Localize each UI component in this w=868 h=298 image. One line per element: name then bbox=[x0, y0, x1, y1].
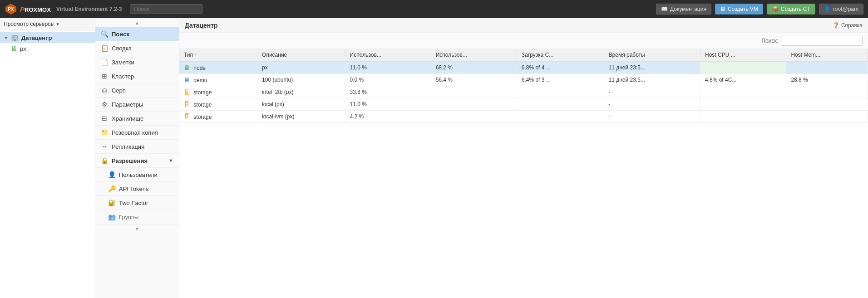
data-table-wrap: Тип ↑ Описание Использов... Использов... bbox=[179, 49, 868, 298]
replication-icon: ↔ bbox=[101, 143, 108, 150]
scroll-down-button[interactable]: ▼ bbox=[95, 224, 179, 233]
col-load-label: Загрузка С... bbox=[522, 52, 554, 58]
col-mem[interactable]: Использов... bbox=[431, 49, 517, 61]
menu-item-options[interactable]: ⚙ Параметры bbox=[95, 98, 179, 112]
tree-item-node-px[interactable]: 🖥 px bbox=[0, 43, 95, 54]
menu-item-backup[interactable]: 📁 Резервная копия bbox=[95, 126, 179, 140]
table-row[interactable]: 🖥 node px 11.0 % 68.2 % 6.8% of 4 ... 11… bbox=[179, 61, 868, 74]
row-host-cpu-cell bbox=[700, 111, 786, 123]
row-cpu-cell: 11.0 % bbox=[345, 61, 431, 74]
menu-api-tokens-label: API Tokens bbox=[119, 186, 149, 192]
help-button[interactable]: ❓ Справка bbox=[833, 22, 863, 29]
table-row[interactable]: 🗄 storage intel_2tb (px) 33.8 % - bbox=[179, 86, 868, 98]
documentation-button[interactable]: 📖 Документация bbox=[656, 4, 711, 15]
scroll-up-button[interactable]: ▲ bbox=[95, 18, 179, 27]
storage-row-icon: 🗄 bbox=[184, 113, 190, 120]
col-host-cpu[interactable]: Host CPU ... bbox=[700, 49, 786, 61]
logo-icon: PX bbox=[5, 3, 17, 15]
menu-item-permissions[interactable]: 🔒 Разрешения ▼ bbox=[95, 154, 179, 168]
node-icon: 🖥 bbox=[11, 45, 17, 52]
menu-item-summary[interactable]: 📋 Сводка bbox=[95, 41, 179, 55]
menu-groups-label: Группы bbox=[119, 214, 138, 220]
tree-area: ▼ 🏢 Датацентр 🖥 px bbox=[0, 30, 95, 298]
global-search-input[interactable] bbox=[130, 4, 202, 14]
left-panel: Просмотр серверов ▼ ▼ 🏢 Датацентр 🖥 px bbox=[0, 18, 95, 298]
table-header: Тип ↑ Описание Использов... Использов... bbox=[179, 49, 868, 61]
content-header: Датацентр ❓ Справка bbox=[179, 18, 868, 33]
user-label: root@pam bbox=[833, 6, 858, 12]
datacenter-icon: 🏢 bbox=[11, 34, 19, 41]
col-cpu[interactable]: Использов... bbox=[345, 49, 431, 61]
help-icon: ❓ bbox=[833, 22, 839, 29]
col-description[interactable]: Описание bbox=[257, 49, 345, 61]
topbar: PX PROXMOX Virtual Environment 7.2-3 📖 Д… bbox=[0, 0, 868, 18]
node-label: px bbox=[20, 45, 26, 52]
row-description-cell: 100 (ubuntu) bbox=[257, 74, 345, 86]
menu-options-label: Параметры bbox=[112, 101, 143, 108]
doc-icon: 📖 bbox=[661, 6, 668, 12]
col-uptime[interactable]: Время работы bbox=[604, 49, 700, 61]
create-vm-label: Создать VM bbox=[728, 6, 758, 12]
row-cpu-cell: 33.8 % bbox=[345, 86, 431, 98]
menu-item-two-factor[interactable]: 🔐 Two Factor bbox=[95, 196, 179, 210]
users-icon: 👤 bbox=[108, 171, 115, 178]
row-uptime-cell: 11 дней 23:5... bbox=[604, 61, 700, 74]
row-type-label: node bbox=[193, 65, 206, 71]
menu-item-replication[interactable]: ↔ Репликация bbox=[95, 140, 179, 154]
create-ct-icon: 📦 bbox=[772, 6, 779, 12]
notes-icon: 📄 bbox=[101, 59, 108, 66]
options-icon: ⚙ bbox=[101, 101, 108, 108]
row-host-mem-cell: 28.8 % bbox=[786, 74, 868, 86]
menu-permissions-label: Разрешения bbox=[112, 157, 148, 164]
col-cpu-label: Использов... bbox=[350, 52, 381, 58]
menu-item-users[interactable]: 👤 Пользователи bbox=[95, 168, 179, 182]
table-search-input[interactable] bbox=[781, 36, 863, 46]
table-row[interactable]: 🗄 storage local (px) 11.0 % - bbox=[179, 98, 868, 111]
create-ct-label: Создать CT bbox=[781, 6, 810, 12]
menu-item-api-tokens[interactable]: 🔑 API Tokens bbox=[95, 182, 179, 196]
menu-cluster-label: Кластер bbox=[112, 73, 134, 80]
row-cpu-cell: 11.0 % bbox=[345, 98, 431, 111]
create-ct-button[interactable]: 📦 Создать CT bbox=[767, 4, 815, 15]
two-factor-icon: 🔐 bbox=[108, 199, 115, 206]
col-mem-label: Использов... bbox=[436, 52, 467, 58]
menu-summary-label: Сводка bbox=[112, 45, 132, 52]
create-vm-button[interactable]: 🖥 Создать VM bbox=[715, 4, 763, 15]
server-view-label: Просмотр серверов bbox=[4, 21, 54, 27]
menu-item-cluster[interactable]: ⊞ Кластер bbox=[95, 69, 179, 83]
server-view-selector[interactable]: Просмотр серверов ▼ bbox=[0, 18, 95, 30]
menu-item-ceph[interactable]: ◎ Ceph bbox=[95, 83, 179, 98]
col-load[interactable]: Загрузка С... bbox=[517, 49, 604, 61]
row-host-cpu-cell: 4.8% of 4C... bbox=[700, 74, 786, 86]
tree-item-datacenter[interactable]: ▼ 🏢 Датацентр bbox=[0, 32, 95, 43]
menu-item-storage[interactable]: ⊟ Хранилище bbox=[95, 112, 179, 126]
row-type-cell: 🖥 node bbox=[179, 61, 257, 74]
user-button[interactable]: 👤 root@pam bbox=[819, 4, 863, 15]
col-type[interactable]: Тип ↑ bbox=[179, 49, 257, 61]
documentation-label: Документация bbox=[670, 6, 706, 12]
row-host-mem-cell bbox=[786, 98, 868, 111]
col-host-mem[interactable]: Host Mem... bbox=[786, 49, 868, 61]
table-row[interactable]: 🖥 qemu 100 (ubuntu) 0.0 % 56.4 % 6.4% of… bbox=[179, 74, 868, 86]
user-icon: 👤 bbox=[824, 6, 831, 12]
table-row[interactable]: 🗄 storage local-lvm (px) 4.2 % - bbox=[179, 111, 868, 123]
menu-item-groups[interactable]: 👥 Группы bbox=[95, 210, 179, 224]
menu-item-search[interactable]: 🔍 Поиск bbox=[95, 27, 179, 41]
chevron-down-tree-icon: ▼ bbox=[4, 35, 8, 40]
menu-item-notes[interactable]: 📄 Заметки bbox=[95, 55, 179, 69]
menu-notes-label: Заметки bbox=[112, 59, 134, 66]
topbar-actions: 📖 Документация 🖥 Создать VM 📦 Создать CT… bbox=[656, 4, 863, 15]
ceph-icon: ◎ bbox=[101, 87, 108, 94]
search-bar-label: Поиск: bbox=[761, 38, 778, 44]
row-load-cell bbox=[517, 86, 604, 98]
chevron-down-icon: ▼ bbox=[55, 22, 60, 27]
backup-icon: 📁 bbox=[101, 129, 108, 136]
groups-icon: 👥 bbox=[108, 213, 115, 220]
search-bar: Поиск: bbox=[179, 33, 868, 49]
row-load-cell: 6.4% of 3 ... bbox=[517, 74, 604, 86]
qemu-row-icon: 🖥 bbox=[184, 76, 190, 83]
menu-storage-label: Хранилище bbox=[112, 115, 143, 122]
proxmox-logo-svg: PX bbox=[5, 3, 17, 15]
row-host-mem-cell bbox=[786, 61, 868, 74]
row-type-label: storage bbox=[193, 89, 212, 96]
